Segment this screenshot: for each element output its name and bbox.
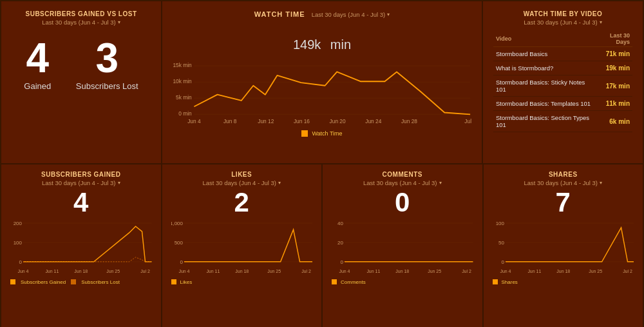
shares-panel: SHARES Last 30 days (Jun 4 - Jul 3) ▾ 7 … xyxy=(483,164,644,327)
svg-text:Jun 25: Jun 25 xyxy=(428,269,441,273)
shares-title: SHARES xyxy=(493,171,634,178)
sub-gained-title: SUBSCRIBERS GAINED xyxy=(10,171,152,178)
watch-time-legend: Watch Time xyxy=(173,130,471,137)
comments-panel: COMMENTS Last 30 days (Jun 4 - Jul 3) ▾ … xyxy=(322,164,483,327)
comments-chevron-icon[interactable]: ▾ xyxy=(439,180,442,186)
svg-text:Jun 11: Jun 11 xyxy=(366,269,380,273)
likes-title: LIKES xyxy=(171,171,313,178)
svg-text:10k min: 10k min xyxy=(173,78,192,84)
watch-time-subtitle: Last 30 days (Jun 4 - Jul 3) ▾ xyxy=(312,11,390,18)
watch-time-total: 149k min xyxy=(173,19,471,56)
subscribers-panel-title: SUBSCRIBERS GAINED VS LOST xyxy=(12,10,151,17)
watch-time-header: WATCH TIME Last 30 days (Jun 4 - Jul 3) … xyxy=(173,10,471,18)
gained-block: 4 Gained xyxy=(24,37,51,91)
svg-text:Jul 2: Jul 2 xyxy=(623,269,632,273)
watch-time-chevron-icon[interactable]: ▾ xyxy=(387,12,390,17)
sub-gained-value: 4 xyxy=(10,189,152,216)
svg-text:100: 100 xyxy=(14,240,23,246)
svg-text:Jun 12: Jun 12 xyxy=(258,118,274,124)
video-table-row: What is Stormboard? 19k min xyxy=(493,61,632,75)
svg-text:Jun 18: Jun 18 xyxy=(235,269,249,273)
watch-time-chart: 15k min 10k min 5k min 0 min Jun 4 Jun 8… xyxy=(173,59,471,128)
svg-text:15k min: 15k min xyxy=(173,62,192,68)
video-name-cell: Stormboard Basics: Sticky Notes 101 xyxy=(493,75,594,97)
svg-text:50: 50 xyxy=(498,240,504,246)
likes-subtitle: Last 30 days (Jun 4 - Jul 3) ▾ xyxy=(171,179,313,186)
watch-time-title: WATCH TIME xyxy=(254,10,305,18)
svg-text:Jun 25: Jun 25 xyxy=(267,269,281,273)
sub-gained-legend-dot xyxy=(10,279,15,284)
svg-text:Jul 2: Jul 2 xyxy=(140,269,150,273)
sub-gained-chevron-icon[interactable]: ▾ xyxy=(118,180,120,186)
likes-chevron-icon[interactable]: ▾ xyxy=(278,180,281,186)
likes-legend-dot xyxy=(171,279,176,284)
svg-text:0 min: 0 min xyxy=(178,110,192,117)
likes-value: 2 xyxy=(171,189,313,216)
svg-text:Jun 18: Jun 18 xyxy=(556,269,570,273)
svg-text:200: 200 xyxy=(14,221,23,226)
svg-text:Jun 11: Jun 11 xyxy=(45,269,59,273)
video-value-cell: 19k min xyxy=(594,61,632,75)
svg-text:Jun 25: Jun 25 xyxy=(106,269,120,273)
svg-text:5k min: 5k min xyxy=(176,94,192,101)
svg-text:Jun 16: Jun 16 xyxy=(294,118,310,124)
svg-text:Jun 18: Jun 18 xyxy=(74,269,88,273)
svg-text:Jun 24: Jun 24 xyxy=(365,118,381,124)
video-table: Video Last 30 Days Stormboard Basics 71k… xyxy=(493,31,632,132)
watch-by-video-chevron-icon[interactable]: ▾ xyxy=(600,19,602,25)
sub-gained-chart: 200 100 0 Jun 4 Jun 11 Jun 18 Jun 25 Jul… xyxy=(10,220,152,278)
shares-subtitle: Last 30 days (Jun 4 - Jul 3) ▾ xyxy=(493,179,634,186)
shares-value: 7 xyxy=(493,189,634,216)
svg-text:0: 0 xyxy=(501,259,504,265)
svg-text:Jun 25: Jun 25 xyxy=(589,269,602,273)
video-name-cell: Stormboard Basics xyxy=(493,47,594,61)
video-name-cell: Stormboard Basics: Templates 101 xyxy=(493,97,594,111)
lost-number: 3 xyxy=(76,37,138,79)
watch-time-panel: WATCH TIME Last 30 days (Jun 4 - Jul 3) … xyxy=(162,1,482,164)
days-col-header: Last 30 Days xyxy=(594,31,632,47)
bottom-panels: SUBSCRIBERS GAINED Last 30 days (Jun 4 -… xyxy=(1,164,643,327)
shares-chevron-icon[interactable]: ▾ xyxy=(600,180,602,186)
chevron-down-icon[interactable]: ▾ xyxy=(118,19,120,25)
comments-value: 0 xyxy=(332,189,473,216)
video-name-cell: Stormboard Basics: Section Types 101 xyxy=(493,111,594,132)
watch-by-video-subtitle: Last 30 days (Jun 4 - Jul 3) ▾ xyxy=(493,19,632,26)
comments-subtitle: Last 30 days (Jun 4 - Jul 3) ▾ xyxy=(332,179,473,186)
svg-text:500: 500 xyxy=(174,240,183,246)
sub-gained-subtitle: Last 30 days (Jun 4 - Jul 3) ▾ xyxy=(10,179,152,186)
watch-by-video-title: WATCH TIME BY VIDEO xyxy=(493,10,632,17)
likes-chart: 1,000 500 0 Jun 4 Jun 11 Jun 18 Jun 25 J… xyxy=(171,220,313,278)
subscribers-numbers: 4 Gained 3 Subscribers Lost xyxy=(12,37,151,91)
watch-time-svg: 15k min 10k min 5k min 0 min Jun 4 Jun 8… xyxy=(173,59,471,128)
svg-text:Jun 4: Jun 4 xyxy=(178,269,189,273)
svg-text:Jun 18: Jun 18 xyxy=(395,269,409,273)
comments-chart: 40 20 0 Jun 4 Jun 11 Jun 18 Jun 25 Jul 2 xyxy=(332,220,473,278)
svg-text:100: 100 xyxy=(495,221,504,226)
svg-text:Jun 4: Jun 4 xyxy=(339,269,350,273)
comments-legend-dot xyxy=(332,279,337,284)
subscribers-panel-subtitle: Last 30 days (Jun 4 - Jul 3) ▾ xyxy=(12,19,151,26)
svg-text:Jun 4: Jun 4 xyxy=(187,118,201,124)
svg-text:0: 0 xyxy=(180,259,183,265)
gained-number: 4 xyxy=(24,37,51,79)
subscribers-gained-panel: SUBSCRIBERS GAINED Last 30 days (Jun 4 -… xyxy=(1,164,162,327)
video-table-row: Stormboard Basics 71k min xyxy=(493,47,632,61)
svg-text:Jun 4: Jun 4 xyxy=(500,269,511,273)
video-name-cell: What is Stormboard? xyxy=(493,61,594,75)
shares-legend-dot xyxy=(493,279,498,284)
shares-chart: 100 50 0 Jun 4 Jun 11 Jun 18 Jun 25 Jul … xyxy=(493,220,634,278)
svg-text:Jul 2: Jul 2 xyxy=(301,269,311,273)
svg-text:Jul 2: Jul 2 xyxy=(464,118,471,124)
likes-panel: LIKES Last 30 days (Jun 4 - Jul 3) ▾ 2 1… xyxy=(162,164,323,327)
svg-text:Jun 8: Jun 8 xyxy=(223,118,237,124)
svg-text:Jun 4: Jun 4 xyxy=(17,269,28,273)
comments-title: COMMENTS xyxy=(332,171,473,178)
lost-block: 3 Subscribers Lost xyxy=(76,37,138,91)
video-col-header: Video xyxy=(493,31,594,47)
sub-gained-legend: Subscribers Gained Subscribers Lost xyxy=(10,279,152,285)
svg-text:40: 40 xyxy=(337,221,343,226)
watch-time-legend-dot xyxy=(301,130,308,137)
video-table-row: Stormboard Basics: Sticky Notes 101 17k … xyxy=(493,75,632,97)
video-table-row: Stormboard Basics: Section Types 101 6k … xyxy=(493,111,632,132)
gained-label: Gained xyxy=(24,81,51,91)
